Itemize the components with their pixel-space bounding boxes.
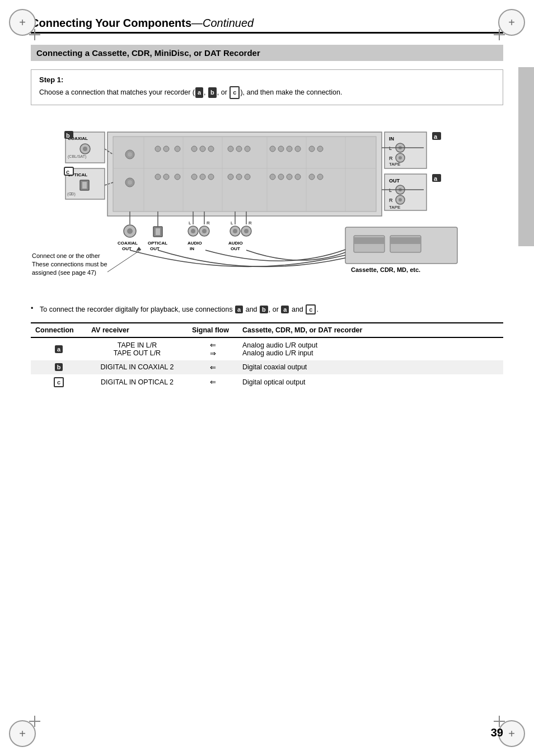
table-cell-rec-b: Digital coaxial output xyxy=(238,360,503,374)
and-text-2: and xyxy=(292,306,303,313)
svg-text:AUDIO: AUDIO xyxy=(188,241,202,246)
step-text: Choose a connection that matches your re… xyxy=(39,86,495,99)
table-cell-rec-c: Digital optical output xyxy=(238,374,503,390)
svg-point-20 xyxy=(236,146,242,152)
badge-a-bullet2: a xyxy=(281,306,289,313)
svg-point-102 xyxy=(233,229,237,233)
svg-point-42 xyxy=(317,174,323,180)
svg-point-96 xyxy=(202,229,207,233)
svg-point-31 xyxy=(191,174,197,180)
svg-text:Cassette, CDR, MD, etc.: Cassette, CDR, MD, etc. xyxy=(351,266,420,273)
svg-text:(CD): (CD) xyxy=(67,192,76,196)
svg-text:R: R xyxy=(389,156,393,161)
diagram-outer: IN L R TAPE OUT L R xyxy=(32,115,502,294)
crossmark-tr xyxy=(494,29,505,40)
page-title-continued: —Continued xyxy=(191,17,254,29)
svg-point-30 xyxy=(175,174,180,180)
svg-text:Connect one or the other: Connect one or the other xyxy=(32,252,100,259)
svg-text:IN: IN xyxy=(389,136,394,142)
svg-point-10 xyxy=(128,152,132,157)
svg-rect-116 xyxy=(354,237,385,244)
svg-text:R: R xyxy=(207,220,210,226)
svg-text:L: L xyxy=(189,220,191,226)
svg-text:a: a xyxy=(434,133,438,140)
badge-c-step: c xyxy=(229,86,240,99)
diagram-svg: IN L R TAPE OUT L R xyxy=(32,115,502,289)
svg-point-29 xyxy=(163,174,169,180)
table-cell-flow-a: ⇐⇒ xyxy=(188,337,238,360)
svg-line-123 xyxy=(107,250,141,272)
step-label: Step 1: xyxy=(39,76,495,84)
svg-text:a: a xyxy=(434,175,438,182)
svg-text:OPTICAL: OPTICAL xyxy=(148,241,167,246)
table-cell-av-b: DIGITAL IN COAXIAL 2 xyxy=(87,360,188,374)
page-title: Connecting Your Components xyxy=(31,17,191,29)
svg-point-41 xyxy=(309,174,315,180)
svg-point-34 xyxy=(228,174,233,180)
svg-text:TAPE: TAPE xyxy=(389,162,400,167)
svg-point-40 xyxy=(295,174,301,180)
badge-c-row: c xyxy=(54,377,64,387)
table-cell-badge-a: a xyxy=(31,337,87,360)
badge-b-bullet: b xyxy=(260,306,268,313)
table-header-recorder: Cassette, CDR, MD, or DAT recorder xyxy=(238,323,503,337)
svg-text:(CBL/SAT): (CBL/SAT) xyxy=(68,154,86,159)
svg-point-17 xyxy=(200,146,205,152)
svg-point-18 xyxy=(208,146,214,152)
svg-point-37 xyxy=(270,174,275,180)
badge-a-bullet1: a xyxy=(235,306,243,313)
badge-c-bullet: c xyxy=(306,304,316,314)
svg-point-15 xyxy=(175,146,180,152)
svg-point-19 xyxy=(228,146,233,152)
svg-text:COAXIAL: COAXIAL xyxy=(118,241,138,246)
table-cell-rec-a: Analog audio L/R outputAnalog audio L/R … xyxy=(238,337,503,360)
badge-b-row: b xyxy=(55,363,63,371)
svg-text:c: c xyxy=(66,168,69,175)
table-header-av: AV receiver xyxy=(87,323,188,337)
svg-rect-118 xyxy=(390,237,421,244)
page-title-area: Connecting Your Components—Continued xyxy=(31,17,503,34)
svg-point-23 xyxy=(278,146,284,152)
svg-point-38 xyxy=(278,174,284,180)
svg-point-13 xyxy=(155,146,161,152)
badge-b-step: b xyxy=(208,87,217,98)
svg-point-104 xyxy=(244,229,249,233)
svg-point-21 xyxy=(245,146,250,152)
table-cell-av-a: TAPE IN L/RTAPE OUT L/R xyxy=(87,337,188,360)
bullet-note: To connect the recorder digitally for pl… xyxy=(31,304,503,314)
svg-point-12 xyxy=(128,180,132,185)
svg-point-68 xyxy=(83,147,87,151)
svg-point-36 xyxy=(245,174,250,180)
svg-point-28 xyxy=(155,174,161,180)
badge-a-row: a xyxy=(55,345,63,353)
svg-marker-124 xyxy=(136,247,141,251)
svg-point-14 xyxy=(163,146,169,152)
svg-text:L: L xyxy=(389,145,392,151)
svg-text:AUDIO: AUDIO xyxy=(228,241,243,246)
svg-text:R: R xyxy=(389,198,393,203)
table-cell-flow-b: ⇐ xyxy=(188,360,238,374)
table-row: a TAPE IN L/RTAPE OUT L/R ⇐⇒ Analog audi… xyxy=(31,337,503,360)
svg-point-22 xyxy=(270,146,275,152)
svg-text:R: R xyxy=(249,220,252,226)
crossmark-br xyxy=(494,716,505,727)
section-header: Connecting a Cassette, CDR, MiniDisc, or… xyxy=(31,45,503,61)
page-number: 39 xyxy=(491,726,503,739)
svg-rect-89 xyxy=(156,228,160,235)
svg-point-32 xyxy=(200,174,205,180)
diagram-area: IN L R TAPE OUT L R xyxy=(31,115,503,294)
svg-point-85 xyxy=(127,228,133,234)
and-text-1: and xyxy=(246,306,257,313)
sidebar-bar xyxy=(518,67,534,246)
svg-point-59 xyxy=(399,198,402,201)
svg-point-16 xyxy=(191,146,197,152)
table-header-connection: Connection xyxy=(31,323,87,337)
svg-text:assigned (see page 47): assigned (see page 47) xyxy=(32,269,96,276)
svg-text:L: L xyxy=(389,187,392,193)
svg-text:These connections must be: These connections must be xyxy=(32,261,107,267)
crossmark-tl xyxy=(29,29,40,40)
table-row: b DIGITAL IN COAXIAL 2 ⇐ Digital coaxial… xyxy=(31,360,503,374)
table-cell-badge-b: b xyxy=(31,360,87,374)
svg-point-94 xyxy=(191,229,195,233)
svg-point-26 xyxy=(309,146,315,152)
